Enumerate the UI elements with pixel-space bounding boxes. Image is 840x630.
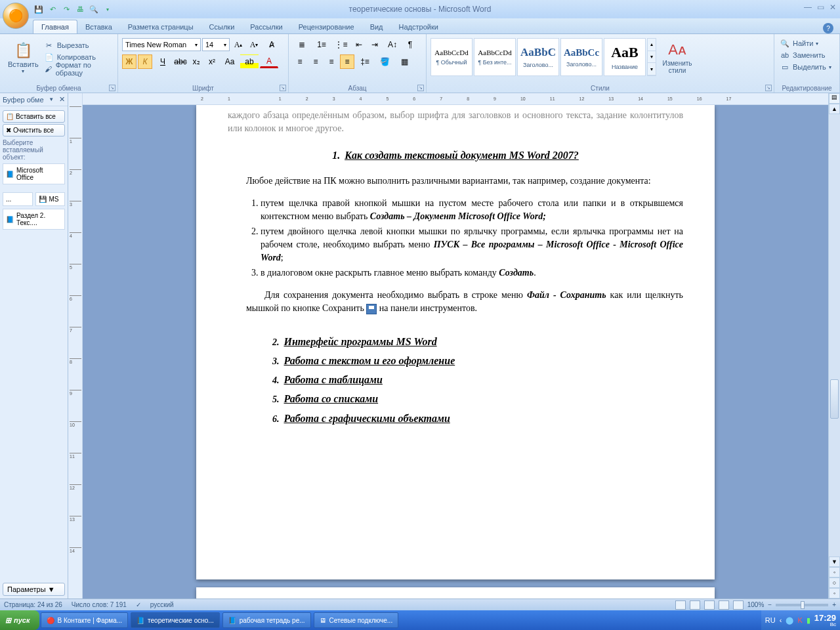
reading-view-icon[interactable] [690, 600, 700, 610]
font-size-select[interactable]: 14▾ [202, 38, 230, 51]
taskbar-item[interactable]: 🖥Сетевые подключе... [314, 612, 399, 628]
print-layout-view-icon[interactable] [675, 600, 686, 610]
select-button[interactable]: ▭Выделить▾ [778, 61, 835, 73]
tab-view[interactable]: Вид [362, 20, 391, 33]
tray-icon[interactable]: ⬤ [786, 616, 793, 625]
paste-button[interactable]: 📋Вставить▾ [4, 35, 43, 79]
styles-launcher-icon[interactable]: ↘ [765, 85, 772, 91]
tray-icon[interactable]: ‹ [780, 616, 782, 624]
outline-view-icon[interactable] [719, 600, 729, 610]
page-status[interactable]: Страница: 24 из 26 [4, 601, 62, 608]
justify-button[interactable]: ≡ [340, 54, 354, 69]
style-item[interactable]: AaBbCЗаголово... [517, 38, 559, 76]
clipboard-item[interactable]: 📘Microsoft Office [3, 163, 65, 184]
zoom-out-icon[interactable]: − [768, 601, 772, 608]
italic-button[interactable]: К [138, 54, 152, 69]
zoom-in-icon[interactable]: + [832, 601, 836, 608]
style-item[interactable]: AaBbCcDd¶ Обычный [430, 38, 472, 76]
vertical-scrollbar[interactable]: ▤ ▲ ▼ ◦ ○ ◦ [828, 93, 840, 598]
style-item[interactable]: AaBbCcЗаголово... [560, 38, 602, 76]
subscript-button[interactable]: x₂ [189, 54, 203, 69]
office-button[interactable]: 🟠 [3, 3, 29, 29]
bold-button[interactable]: Ж [122, 54, 136, 69]
font-name-select[interactable]: Times New Roman▾ [122, 38, 201, 51]
align-center-button[interactable]: ≡ [308, 54, 323, 69]
font-color-button[interactable]: A [260, 56, 278, 68]
change-case-button[interactable]: Aa [220, 54, 239, 69]
tab-addins[interactable]: Надстройки [391, 20, 446, 33]
zoom-slider[interactable] [776, 604, 828, 606]
minimize-icon[interactable]: ― [804, 3, 812, 12]
scroll-thumb[interactable] [830, 379, 839, 419]
tray-icon[interactable]: ▮ [807, 616, 810, 625]
tab-review[interactable]: Рецензирование [291, 20, 362, 33]
replace-button[interactable]: abЗаменить [778, 49, 835, 61]
shading-button[interactable]: 🪣 [375, 54, 394, 69]
qat-more-icon[interactable]: ▾ [102, 3, 114, 15]
tab-insert[interactable]: Вставка [77, 20, 120, 33]
line-spacing-button[interactable]: ‡≡ [356, 54, 374, 69]
font-launcher-icon[interactable]: ↘ [280, 85, 286, 91]
tab-references[interactable]: Ссылки [201, 20, 243, 33]
preview-icon[interactable]: 🔍 [88, 3, 100, 15]
language-status[interactable]: русский [150, 601, 174, 608]
sort-button[interactable]: A↕ [383, 37, 402, 52]
clipboard-item[interactable]: 📘Раздел 2. Текс.... [3, 209, 65, 230]
web-view-icon[interactable] [704, 600, 715, 610]
paragraph-launcher-icon[interactable]: ↘ [417, 85, 424, 91]
ruler-toggle-icon[interactable]: ▤ [829, 93, 840, 104]
redo-icon[interactable]: ↷ [60, 3, 72, 15]
styles-scroll[interactable]: ▴▾▾ [647, 38, 656, 76]
multilevel-button[interactable]: ⋮≡ [332, 37, 350, 52]
strike-button[interactable]: abc [173, 54, 188, 69]
grow-font-icon[interactable]: A▴ [231, 37, 245, 52]
style-item[interactable]: АаВНазвание [604, 38, 646, 76]
taskbar-item[interactable]: 📘теоретические осно... [131, 612, 220, 628]
format-painter-button[interactable]: 🖌Формат по образцу [43, 63, 114, 75]
scroll-down-icon[interactable]: ▼ [829, 556, 840, 567]
tab-home[interactable]: Главная [33, 20, 77, 33]
clipboard-params-button[interactable]: Параметры ▼ [3, 583, 65, 596]
paste-all-button[interactable]: 📋Вставить все [3, 110, 65, 123]
close-icon[interactable]: ✕ [830, 3, 836, 12]
numbering-button[interactable]: 1≡ [312, 37, 331, 52]
clipboard-item[interactable]: 💾MS [35, 192, 66, 206]
clipboard-launcher-icon[interactable]: ↘ [109, 85, 116, 91]
tray-icon[interactable]: K [797, 616, 802, 624]
lang-indicator[interactable]: RU [765, 616, 776, 624]
draft-view-icon[interactable] [733, 600, 744, 610]
browse-object-icon[interactable]: ○ [829, 578, 840, 588]
word-count[interactable]: Число слов: 7 191 [72, 601, 127, 608]
tab-mailings[interactable]: Рассылки [242, 20, 290, 33]
scroll-up-icon[interactable]: ▲ [829, 104, 840, 114]
taskbar-item[interactable]: 📘рабочая тетрадь ре... [222, 612, 311, 628]
undo-icon[interactable]: ↶ [47, 3, 58, 15]
style-item[interactable]: AaBbCcDd¶ Без инте... [474, 38, 516, 76]
save-icon[interactable]: 💾 [33, 3, 45, 15]
bullets-button[interactable]: ≣ [293, 37, 311, 52]
change-styles-button[interactable]: AᴀИзменить стили [658, 38, 697, 76]
increase-indent-button[interactable]: ⇥ [368, 37, 382, 52]
show-marks-button[interactable]: ¶ [403, 37, 417, 52]
quick-print-icon[interactable]: 🖶 [74, 3, 86, 15]
zoom-label[interactable]: 100% [747, 601, 765, 608]
tab-pagelayout[interactable]: Разметка страницы [120, 20, 201, 33]
clipboard-item[interactable]: ... [3, 192, 33, 206]
clear-all-button[interactable]: ✖Очистить все [3, 124, 65, 136]
clock[interactable]: 17:29Вс [814, 614, 836, 627]
cut-button[interactable]: ✂Вырезать [43, 39, 114, 51]
close-pane-icon[interactable]: ✕ [59, 95, 65, 104]
document-area[interactable]: 211234567891011121314151617 каждого абза… [83, 93, 828, 598]
start-button[interactable]: ⊞ пуск [0, 610, 39, 630]
highlight-button[interactable]: ab [240, 54, 259, 69]
borders-button[interactable]: ▦ [395, 54, 413, 69]
find-button[interactable]: 🔍Найти▾ [778, 37, 835, 49]
prev-page-icon[interactable]: ◦ [829, 567, 840, 578]
next-page-icon[interactable]: ◦ [829, 588, 840, 598]
align-right-button[interactable]: ≡ [324, 54, 339, 69]
clear-format-icon[interactable]: A̷ [262, 37, 281, 52]
maximize-icon[interactable]: ▭ [817, 3, 824, 12]
shrink-font-icon[interactable]: A▾ [247, 37, 261, 52]
taskbar-item[interactable]: 🔴В Контакте | Фарма... [41, 612, 129, 628]
align-left-button[interactable]: ≡ [293, 54, 307, 69]
